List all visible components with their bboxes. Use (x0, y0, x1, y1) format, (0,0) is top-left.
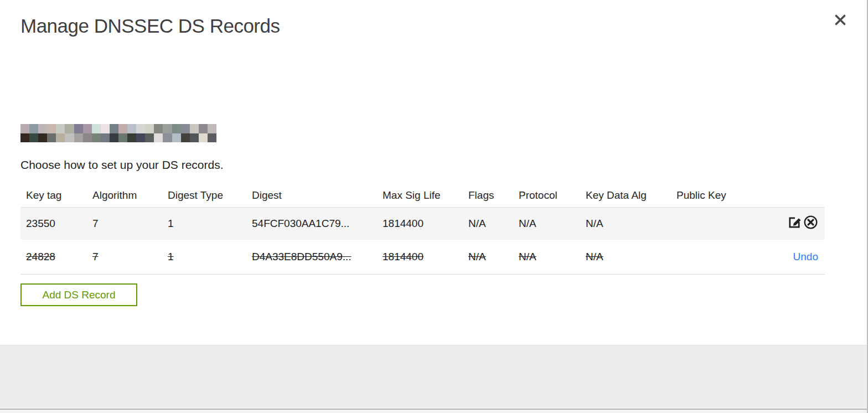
add-ds-record-button[interactable]: Add DS Record (20, 283, 137, 306)
col-header-flags: Flags (468, 189, 519, 202)
cell-key-data-alg: N/A (586, 218, 676, 230)
close-button[interactable] (833, 13, 848, 29)
cell-digest-type: 1 (168, 251, 252, 263)
col-header-digest-type: Digest Type (168, 189, 252, 202)
col-header-public-key: Public Key (676, 189, 765, 202)
cell-protocol: N/A (519, 218, 586, 230)
cell-max-sig-life: 1814400 (383, 251, 468, 263)
cell-max-sig-life: 1814400 (383, 218, 468, 230)
ds-records-table: Key tag Algorithm Digest Type Digest Max… (20, 183, 825, 275)
col-header-max-sig-life: Max Sig Life (383, 189, 468, 202)
col-header-key-tag: Key tag (20, 189, 92, 202)
cell-key-data-alg: N/A (586, 251, 676, 263)
cell-algorithm: 7 (92, 218, 168, 230)
cell-protocol: N/A (519, 251, 586, 263)
col-header-algorithm: Algorithm (92, 189, 168, 202)
redacted-domain-name (20, 124, 216, 142)
table-row: 23550 7 1 54FCF030AA1C79... 1814400 N/A … (20, 207, 825, 240)
cell-digest-type: 1 (168, 218, 252, 230)
modal-footer: Save Cancel (0, 345, 868, 408)
cell-flags: N/A (468, 251, 519, 263)
table-header-row: Key tag Algorithm Digest Type Digest Max… (20, 183, 825, 207)
dnssec-modal: Manage DNSSEC DS Records Choose how to s… (0, 0, 868, 413)
cell-algorithm: 7 (92, 251, 168, 263)
col-header-protocol: Protocol (519, 189, 586, 202)
delete-record-button[interactable] (803, 215, 818, 233)
cell-key-tag: 24828 (20, 251, 92, 263)
instruction-text: Choose how to set up your DS records. (20, 158, 224, 172)
page-below-modal (0, 410, 868, 413)
cell-key-tag: 23550 (20, 218, 92, 230)
col-header-key-data-alg: Key Data Alg (586, 189, 676, 202)
cell-digest: 54FCF030AA1C79... (252, 218, 383, 230)
cell-digest: D4A33E8DD550A9... (252, 251, 383, 263)
col-header-digest: Digest (252, 189, 383, 202)
undo-link[interactable]: Undo (793, 251, 818, 263)
page-title: Manage DNSSEC DS Records (20, 15, 280, 37)
close-icon (834, 13, 847, 29)
delete-circle-icon (803, 215, 818, 233)
cell-flags: N/A (468, 218, 519, 230)
table-row-deleted: 24828 7 1 D4A33E8DD550A9... 1814400 N/A … (20, 240, 825, 275)
edit-record-button[interactable] (787, 215, 802, 233)
edit-icon (787, 215, 802, 233)
